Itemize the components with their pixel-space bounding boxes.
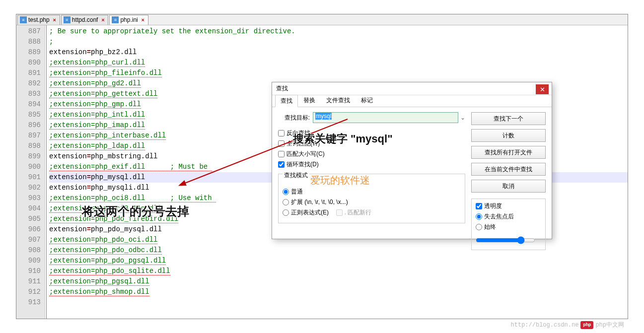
tab-php-ini[interactable]: ≡ php.ini ×: [109, 15, 148, 25]
trans-onblur[interactable]: 失去焦点后: [476, 212, 541, 221]
tab-test-php[interactable]: ≡ test.php ×: [17, 15, 60, 25]
find-next-button[interactable]: 查找下一个: [471, 112, 546, 125]
mode-regex[interactable]: 正则表达式(E) . 匹配新行: [283, 208, 461, 217]
opt-backward[interactable]: 反向查找: [278, 129, 465, 137]
dialog-title: 查找: [272, 82, 552, 95]
tab-bar: ≡ test.php × ≡ httpd.conf × ≡ php.ini ×: [16, 14, 628, 25]
close-icon[interactable]: ×: [100, 17, 106, 23]
find-all-open-button[interactable]: 查找所有打开文件: [471, 146, 546, 159]
trans-always[interactable]: 始终: [476, 223, 541, 231]
close-button[interactable]: ✕: [536, 84, 549, 94]
trans-enable[interactable]: 透明度: [476, 202, 541, 210]
transparency-slider[interactable]: [476, 236, 535, 244]
find-dialog: 查找 ✕ 查找 替换 文件查找 标记 查找目标: mysql ⌄ 反向查找 全词…: [272, 82, 552, 239]
line-gutter: 887888889 890891892 893894895 896897898 …: [16, 25, 45, 319]
opt-wholeword[interactable]: 全词匹配(W): [278, 139, 465, 148]
transparency-group: 透明度 失去焦点后 始终: [471, 199, 546, 250]
opt-wrap[interactable]: 循环查找(D): [278, 160, 465, 169]
file-icon: ≡: [64, 16, 71, 23]
tab-label: test.php: [28, 16, 50, 23]
mode-normal[interactable]: 普通: [283, 188, 461, 196]
footer-watermark: http://blog.csdn.ne php php中文网: [511, 321, 624, 329]
find-tabs: 查找 替换 文件查找 标记: [272, 95, 552, 107]
find-in-current-button[interactable]: 在当前文件中查找: [471, 163, 546, 176]
tab-findfiles[interactable]: 文件查找: [321, 94, 356, 107]
tab-label: php.ini: [120, 16, 138, 23]
tab-replace[interactable]: 替换: [298, 94, 321, 107]
close-icon[interactable]: ×: [140, 17, 146, 23]
chevron-down-icon[interactable]: ⌄: [460, 114, 465, 121]
count-button[interactable]: 计数: [471, 129, 546, 142]
opt-matchcase[interactable]: 匹配大小写(C): [278, 150, 465, 158]
close-icon[interactable]: ×: [52, 17, 58, 23]
file-icon: ≡: [20, 16, 27, 23]
find-target-label: 查找目标:: [278, 114, 313, 122]
mode-extended[interactable]: 扩展 (\n, \r, \t, \0, \x...): [283, 198, 461, 206]
tab-find[interactable]: 查找: [275, 95, 298, 107]
search-mode-group: 查找模式 普通 扩展 (\n, \r, \t, \0, \x...) 正则表达式…: [278, 174, 465, 223]
tab-label: httpd.conf: [72, 16, 98, 23]
tab-mark[interactable]: 标记: [356, 94, 378, 107]
cancel-button[interactable]: 取消: [471, 180, 546, 193]
find-target-input[interactable]: mysql: [313, 112, 458, 123]
php-logo-icon: php: [580, 321, 593, 329]
tab-httpd-conf[interactable]: ≡ httpd.conf ×: [61, 15, 109, 25]
file-icon: ≡: [112, 16, 119, 23]
